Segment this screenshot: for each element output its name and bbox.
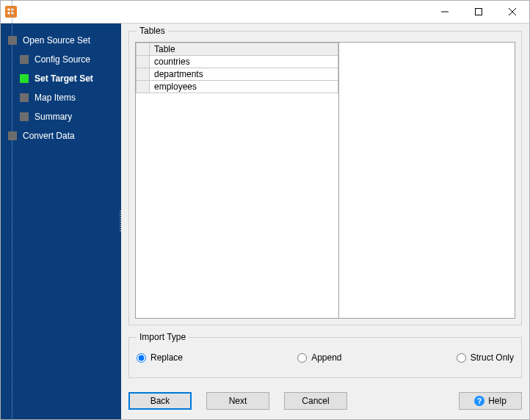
- splitter-handle[interactable]: [120, 211, 123, 233]
- column-header-table[interactable]: Table: [150, 43, 338, 56]
- step-label: Open Source Set: [23, 35, 90, 46]
- step-label: Config Source: [35, 54, 90, 65]
- wizard-step[interactable]: Set Target Set: [1, 69, 121, 88]
- maximize-button[interactable]: [462, 1, 495, 23]
- table-cell[interactable]: employees: [150, 81, 338, 93]
- row-header: [137, 68, 150, 81]
- import-type-group: Import Type ReplaceAppendStruct Only: [128, 337, 522, 378]
- step-status-icon: [20, 93, 29, 102]
- step-label: Set Target Set: [35, 73, 93, 84]
- next-button[interactable]: Next: [206, 392, 269, 410]
- step-status-icon: [8, 131, 17, 140]
- svg-rect-1: [476, 9, 482, 15]
- wizard-step[interactable]: Config Source: [1, 50, 121, 69]
- close-button[interactable]: [495, 1, 529, 23]
- import-type-title: Import Type: [137, 332, 189, 342]
- import-type-option[interactable]: Append: [297, 352, 341, 363]
- tables-group: Tables Table countriesdepartmentsemploye…: [128, 31, 522, 325]
- wizard-step[interactable]: Summary: [1, 107, 121, 126]
- table-row[interactable]: departments: [137, 68, 338, 81]
- radio-label: Replace: [150, 352, 183, 363]
- cancel-button[interactable]: Cancel: [284, 392, 347, 410]
- tables-group-title: Tables: [137, 26, 168, 36]
- step-label: Summary: [35, 112, 72, 122]
- wizard-button-bar: Back Next Cancel ? Help: [121, 383, 529, 419]
- table-cell[interactable]: departments: [150, 68, 338, 81]
- back-button-label: Back: [150, 396, 170, 406]
- import-type-option[interactable]: Struct Only: [457, 352, 514, 363]
- radio-label: Struct Only: [471, 352, 514, 363]
- import-type-option[interactable]: Replace: [137, 352, 183, 363]
- row-header: [137, 56, 150, 68]
- row-header: [137, 81, 150, 93]
- cancel-button-label: Cancel: [302, 396, 329, 406]
- help-button[interactable]: ? Help: [459, 392, 522, 410]
- tables-grid[interactable]: Table countriesdepartmentsemployees: [135, 42, 339, 319]
- titlebar: [1, 1, 529, 23]
- next-button-label: Next: [229, 396, 247, 406]
- table-row[interactable]: countries: [137, 56, 338, 68]
- radio-input[interactable]: [297, 353, 307, 363]
- table-cell[interactable]: countries: [150, 56, 338, 68]
- app-icon: [5, 6, 17, 18]
- radio-input[interactable]: [457, 353, 466, 363]
- step-label: Map Items: [35, 93, 76, 103]
- row-header-blank: [137, 43, 150, 56]
- step-label: Convert Data: [23, 131, 75, 141]
- step-status-icon: [20, 55, 29, 64]
- minimize-button[interactable]: [428, 1, 462, 23]
- help-button-label: Help: [488, 396, 507, 406]
- table-row[interactable]: employees: [137, 81, 338, 93]
- step-status-icon: [20, 74, 29, 83]
- window-controls: [428, 1, 529, 23]
- wizard-steps-sidebar: Open Source SetConfig SourceSet Target S…: [1, 23, 121, 419]
- tables-grid-empty-area: [339, 42, 515, 319]
- step-status-icon: [20, 112, 29, 121]
- help-icon: ?: [474, 396, 484, 406]
- radio-label: Append: [311, 352, 341, 363]
- radio-input[interactable]: [137, 353, 146, 363]
- step-status-icon: [8, 36, 17, 45]
- wizard-step[interactable]: Convert Data: [1, 126, 121, 145]
- wizard-window: Open Source SetConfig SourceSet Target S…: [0, 0, 530, 420]
- wizard-content: Tables Table countriesdepartmentsemploye…: [121, 23, 529, 419]
- back-button[interactable]: Back: [128, 392, 192, 410]
- wizard-step[interactable]: Open Source Set: [1, 31, 121, 50]
- wizard-step[interactable]: Map Items: [1, 88, 121, 107]
